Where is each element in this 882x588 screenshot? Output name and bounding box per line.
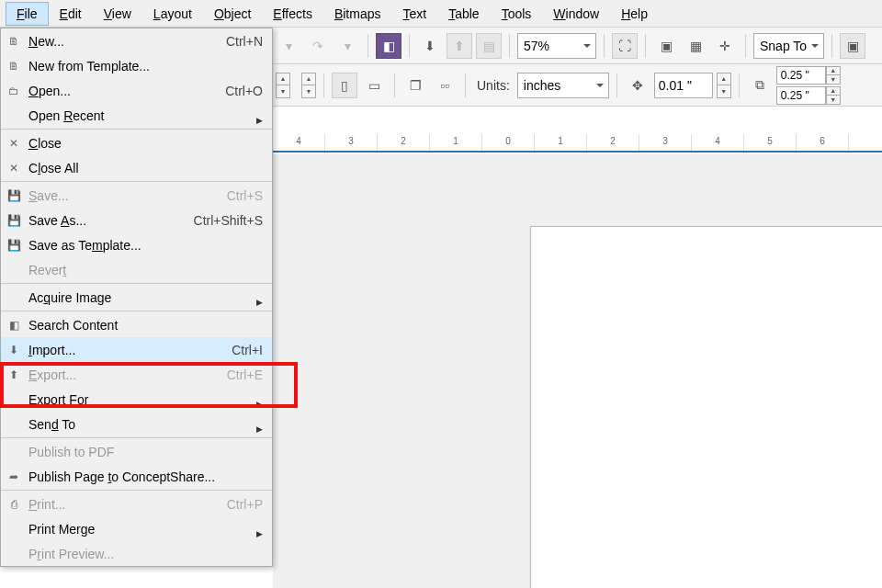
nudge-spin[interactable]: ▲▼ [717,73,731,98]
menu-item-open-recent[interactable]: Open Recent [1,103,272,128]
separator [745,34,746,58]
menu-item-label: New... [28,34,64,49]
menu-item-label: Search Content [28,318,118,333]
menu-item-shortcut: Ctrl+O [225,84,263,98]
menu-item-export-for[interactable]: Export For [1,387,272,412]
menu-item-label: Open Recent [28,108,105,123]
menu-item-new-from-template[interactable]: 🗎New from Template... [1,53,272,78]
menu-item-send-to[interactable]: Send To [1,412,272,436]
menu-separator [1,283,272,284]
menu-item-save: 💾Save...Ctrl+S [1,183,272,208]
menu-effects[interactable]: Effects [262,2,323,26]
menu-view[interactable]: View [93,2,142,26]
menu-layout[interactable]: Layout [142,2,203,26]
import-icon[interactable]: ⬇ [417,33,443,59]
ruler-tick: 2 [587,134,639,151]
separator [645,34,646,58]
file-menu-dropdown: 🗎New...Ctrl+N🗎New from Template...🗀Open.… [0,28,273,567]
close-icon: ✕ [6,161,21,175]
menu-help[interactable]: Help [610,2,659,26]
ruler-tick: 5 [744,134,797,151]
menu-separator [1,490,272,491]
nudge-icon: ✥ [625,73,650,98]
fullscreen-icon[interactable]: ⛶ [612,33,638,59]
menu-item-label: Acquire Image [28,290,111,305]
landscape-icon[interactable]: ▭ [361,73,387,98]
redo-dropdown-icon: ▾ [334,33,360,59]
menu-item-label: Revert [28,263,66,277]
units-select[interactable]: inches [517,73,609,98]
menu-item-publish-to-pdf: Publish to PDF [1,439,272,464]
export-icon: ⬆ [6,368,21,382]
units-label: Units: [473,78,514,93]
separator [739,74,740,97]
menu-item-open[interactable]: 🗀Open...Ctrl+O [1,78,272,103]
page-height-spin[interactable]: ▲▼ [301,73,316,98]
menu-item-save-as-template[interactable]: 💾Save as Template... [1,232,272,257]
menu-item-label: Import... [28,343,75,357]
ruler-tick: 3 [325,134,378,151]
menu-item-save-as[interactable]: 💾Save As...Ctrl+Shift+S [1,208,272,232]
menu-window[interactable]: Window [542,2,610,26]
rulers-icon[interactable]: ▣ [653,33,679,59]
duplicate-x-input[interactable]: 0.25 " [776,66,826,85]
document-page[interactable] [530,226,882,588]
menu-item-revert: Revert [1,257,272,282]
current-page-icon[interactable]: ▫▫ [432,73,458,98]
duplicate-y-input[interactable]: 0.25 " [776,86,826,105]
menu-item-label: Print Merge [28,522,95,537]
save-icon: 💾 [6,213,21,228]
menu-item-shortcut: Ctrl+S [227,188,263,203]
menu-item-print-merge[interactable]: Print Merge [1,516,272,541]
menu-object[interactable]: Object [203,2,262,26]
separator [616,74,617,97]
menu-item-new[interactable]: 🗎New...Ctrl+N [1,28,272,53]
menu-item-close[interactable]: ✕Close [1,130,272,155]
publish-pdf-icon: ▤ [476,33,502,59]
portrait-icon[interactable]: ▯ [332,73,357,98]
search-icon: ◧ [6,318,21,333]
menu-text[interactable]: Text [391,2,437,26]
menu-item-label: Print Preview... [28,547,114,561]
separator [394,74,395,97]
separator [509,34,510,58]
page-width-spin[interactable]: ▲▼ [276,73,290,98]
menu-item-label: Export... [28,368,76,382]
guidelines-icon[interactable]: ✛ [712,33,738,59]
save-icon: 💾 [6,188,21,203]
menu-item-label: Save As... [28,213,86,228]
ruler-tick: 1 [430,134,482,151]
canvas-area[interactable] [273,154,882,588]
menu-file[interactable]: File [6,2,49,26]
search-content-icon[interactable]: ◧ [376,33,401,59]
menu-item-search-content[interactable]: ◧Search Content [1,312,272,337]
menu-bitmaps[interactable]: Bitmaps [323,2,392,26]
grid-icon[interactable]: ▦ [683,33,708,59]
menu-edit[interactable]: Edit [49,2,93,26]
import-icon: ⬇ [6,343,21,357]
duplicate-distance-icon: ⧉ [747,73,773,98]
menu-tools[interactable]: Tools [491,2,543,26]
menu-item-import[interactable]: ⬇Import...Ctrl+I [1,337,272,362]
all-pages-icon[interactable]: ❐ [402,73,428,98]
folder-icon: 🗀 [6,84,21,98]
menu-table[interactable]: Table [437,2,490,26]
separator [831,34,832,58]
menu-item-shortcut: Ctrl+N [226,34,263,49]
snap-to-select[interactable]: Snap To [753,33,824,59]
duplicate-y-spin[interactable]: ▲▼ [826,86,841,105]
menu-item-publish-page-to-conceptshare[interactable]: ➦Publish Page to ConceptShare... [1,464,272,489]
separator [409,34,410,58]
undo-dropdown-icon: ▾ [276,33,301,59]
menu-item-label: Publish Page to ConceptShare... [28,469,215,484]
zoom-select[interactable]: 57% [517,33,596,59]
options-icon[interactable]: ▣ [840,33,865,59]
menu-item-close-all[interactable]: ✕Close All [1,155,272,180]
menubar: FileEditViewLayoutObjectEffectsBitmapsTe… [0,0,882,28]
print-icon: ⎙ [6,497,21,512]
nudge-value: 0.01 " [659,78,692,93]
menu-item-acquire-image[interactable]: Acquire Image [1,285,272,310]
nudge-input[interactable]: 0.01 " [654,73,713,98]
duplicate-x-spin[interactable]: ▲▼ [826,66,841,85]
ruler-tick: 4 [692,134,744,151]
